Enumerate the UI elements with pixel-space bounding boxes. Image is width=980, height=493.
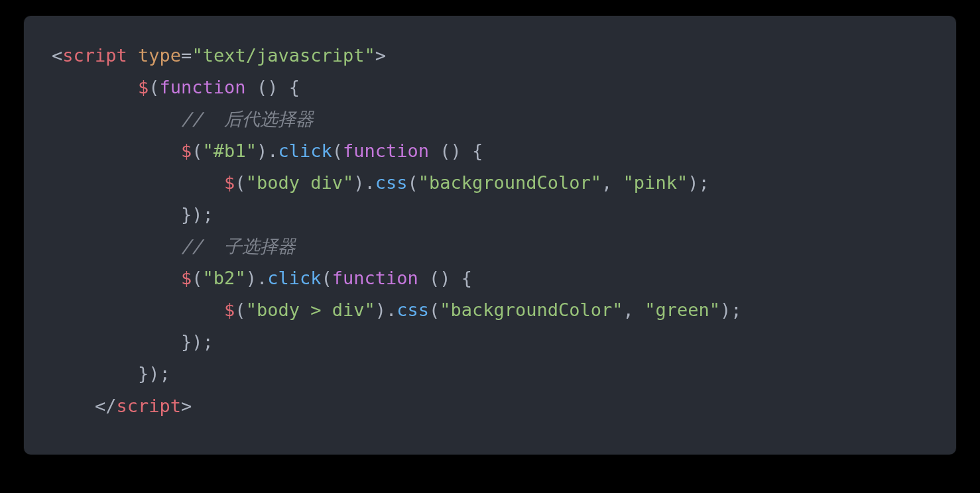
space xyxy=(278,77,288,97)
rparen-semi: ); xyxy=(688,172,709,193)
space xyxy=(418,268,429,288)
space xyxy=(429,140,440,161)
arg-backgroundcolor: "backgroundColor" xyxy=(418,172,601,193)
keyword-function: function xyxy=(160,77,246,97)
arg-pink: "pink" xyxy=(623,172,688,193)
method-click: click xyxy=(278,140,332,161)
rparen-semi: ); xyxy=(720,300,742,320)
comment-descendant-selector: // 后代选择器 xyxy=(181,109,314,129)
parens-empty: () xyxy=(440,140,461,161)
tag-script-open: script xyxy=(62,45,127,66)
lparen: ( xyxy=(235,300,245,320)
indent xyxy=(52,172,224,193)
indent xyxy=(52,204,181,225)
tag-script-close: script xyxy=(117,396,182,416)
indent xyxy=(52,140,181,161)
brace-open: { xyxy=(289,77,300,97)
lparen: ( xyxy=(192,140,202,161)
indent xyxy=(52,396,95,416)
method-css: css xyxy=(375,172,408,193)
indent xyxy=(52,109,181,129)
code-panel: <script type="text/javascript"> $(functi… xyxy=(24,16,956,455)
lparen: ( xyxy=(321,268,332,288)
indent xyxy=(52,300,224,320)
punct-open-angle: < xyxy=(52,45,62,66)
indent xyxy=(52,268,181,288)
rparen-dot: ). xyxy=(353,172,375,193)
rparen-dot: ). xyxy=(375,300,397,320)
punct-close-angle: > xyxy=(375,45,386,66)
space xyxy=(246,77,257,97)
attr-value: "text/javascript" xyxy=(192,45,375,66)
lparen: ( xyxy=(235,172,245,193)
indent xyxy=(52,331,181,352)
arg-green: "green" xyxy=(644,300,720,320)
keyword-function: function xyxy=(343,140,429,161)
jquery-dollar: $ xyxy=(224,300,235,320)
brace-open: { xyxy=(472,140,483,161)
comment-child-selector: // 子选择器 xyxy=(181,236,296,256)
method-css: css xyxy=(397,300,429,320)
indent xyxy=(52,363,138,384)
space xyxy=(461,140,472,161)
rparen-dot: ). xyxy=(246,268,268,288)
block-close: }); xyxy=(181,331,214,352)
brace-open: { xyxy=(461,268,472,288)
selector-b1: "#b1" xyxy=(203,140,257,161)
block-close: }); xyxy=(181,204,214,225)
selector-b2: "b2" xyxy=(203,268,246,288)
arg-backgroundcolor: "backgroundColor" xyxy=(440,300,623,320)
attr-type: type xyxy=(138,45,181,66)
selector-body-div: "body div" xyxy=(246,172,354,193)
jquery-dollar: $ xyxy=(138,77,149,97)
lparen: ( xyxy=(429,300,440,320)
space xyxy=(451,268,461,288)
lparen: ( xyxy=(192,268,202,288)
punct-close-angle: > xyxy=(181,396,192,416)
indent xyxy=(52,236,181,256)
block-close: }); xyxy=(138,363,170,384)
method-click: click xyxy=(267,268,321,288)
lparen: ( xyxy=(332,140,343,161)
indent xyxy=(52,77,138,97)
jquery-dollar: $ xyxy=(224,172,235,193)
selector-body-child-div: "body > div" xyxy=(246,300,375,320)
parens-empty: () xyxy=(257,77,278,97)
punct-open-angle: </ xyxy=(95,396,117,416)
equals: = xyxy=(181,45,192,66)
code-block: <script type="text/javascript"> $(functi… xyxy=(52,40,928,422)
jquery-dollar: $ xyxy=(181,140,192,161)
rparen-dot: ). xyxy=(257,140,278,161)
space xyxy=(127,45,138,66)
comma: , xyxy=(601,172,623,193)
keyword-function: function xyxy=(332,268,418,288)
lparen: ( xyxy=(407,172,418,193)
comma: , xyxy=(623,300,645,320)
lparen: ( xyxy=(149,77,159,97)
jquery-dollar: $ xyxy=(181,268,192,288)
parens-empty: () xyxy=(429,268,451,288)
